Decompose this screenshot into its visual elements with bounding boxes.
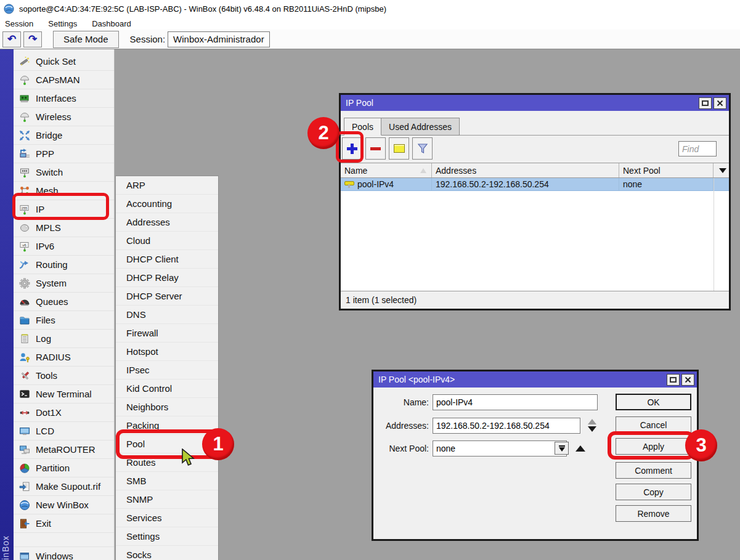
submenu-item-firewall[interactable]: Firewall (116, 324, 218, 343)
submenu-item-neighbors[interactable]: Neighbors (116, 398, 218, 416)
submenu-item-services[interactable]: Services (116, 509, 218, 527)
redo-button[interactable]: ↷ (23, 31, 42, 47)
table-row-pool-ipv4[interactable]: pool-IPv4 192.168.50.2-192.168.50.254 no… (341, 178, 729, 191)
routing-arrows-icon (19, 259, 30, 270)
remove-pool-button[interactable] (365, 137, 386, 160)
close-button[interactable] (714, 97, 726, 109)
dropdown-arrow-icon (559, 447, 565, 452)
sort-ascending-icon (420, 168, 426, 173)
sidebar-item-label: Queues (36, 296, 68, 307)
remove-button[interactable]: Remove (616, 505, 691, 522)
sidebar-item-capsman[interactable]: CAPsMAN (14, 71, 114, 89)
sidebar-item-partition[interactable]: Partition (14, 459, 114, 477)
sidebar-item-dot1x[interactable]: Dot1X (14, 404, 114, 422)
menu-session[interactable]: Session (5, 19, 33, 28)
submenu-item-cloud[interactable]: Cloud (116, 232, 218, 250)
sidebar-item-mpls[interactable]: MPLS (14, 219, 114, 237)
sidebar-item-ppp[interactable]: PPP (14, 145, 114, 163)
sidebar-item-label: Tools (36, 370, 57, 381)
addresses-spinner[interactable] (587, 418, 597, 434)
sidebar-item-queues[interactable]: Queues (14, 293, 114, 311)
sidebar-item-make-supout[interactable]: Make Supout.rif (14, 477, 114, 496)
ip-pool-titlebar[interactable]: IP Pool (341, 95, 729, 111)
submenu-item-socks[interactable]: Socks (116, 546, 218, 560)
column-header-next-pool[interactable]: Next Pool (619, 163, 714, 177)
sidebar-item-lcd[interactable]: LCD (14, 422, 114, 440)
submenu-item-ipsec[interactable]: IPsec (116, 361, 218, 379)
collapse-up-icon[interactable] (575, 445, 585, 452)
spinner-up-icon (588, 419, 596, 424)
next-pool-input[interactable] (433, 440, 567, 457)
submenu-arrow-icon (105, 224, 110, 232)
sidebar-item-system[interactable]: System (14, 274, 114, 293)
submenu-item-accounting[interactable]: Accounting (116, 195, 218, 213)
sidebar-item-label: CAPsMAN (36, 75, 80, 85)
submenu-item-hotspot[interactable]: Hotspot (116, 343, 218, 361)
maximize-button[interactable] (667, 374, 680, 386)
sidebar-item-routing[interactable]: Routing (14, 256, 114, 274)
submenu-item-dhcp-relay[interactable]: DHCP Relay (116, 269, 218, 287)
sidebar-item-ipv6[interactable]: v6 IPv6 (14, 237, 114, 256)
sidebar-item-log[interactable]: Log (14, 330, 114, 348)
session-label: Session: (130, 34, 166, 44)
gauge-icon (19, 296, 30, 307)
annotation-box-add (336, 131, 364, 163)
addresses-input[interactable] (433, 418, 580, 434)
sidebar-item-metarouter[interactable]: MetaROUTER (14, 440, 114, 459)
undo-button[interactable]: ↶ (2, 31, 21, 47)
copy-button[interactable]: Copy (616, 484, 691, 500)
comment-button[interactable]: Comment (616, 462, 691, 479)
annotation-badge-3: 3 (685, 429, 717, 461)
filter-button[interactable] (412, 137, 433, 160)
sidebar-item-label: Partition (36, 463, 70, 473)
dialog-titlebar[interactable]: IP Pool <pool-IPv4> (373, 371, 697, 388)
submenu-item-kid-control[interactable]: Kid Control (116, 379, 218, 398)
comment-pool-button[interactable] (389, 137, 409, 160)
sidebar-item-new-terminal[interactable]: New Terminal (14, 385, 114, 404)
menu-dashboard[interactable]: Dashboard (92, 19, 131, 28)
sidebar-item-exit[interactable]: Exit (14, 514, 114, 533)
close-button[interactable] (681, 374, 694, 386)
maximize-button[interactable] (699, 97, 712, 109)
submenu-item-snmp[interactable]: SNMP (116, 490, 218, 509)
sidebar-item-label: PPP (36, 148, 54, 159)
ok-button[interactable]: OK (616, 394, 691, 410)
cancel-button[interactable]: Cancel (616, 416, 691, 433)
sidebar-item-label: LCD (36, 426, 54, 436)
cell-next-pool: none (619, 178, 714, 190)
tab-used-addresses[interactable]: Used Addresses (381, 118, 460, 136)
sidebar-item-windows[interactable]: Windows (14, 547, 114, 560)
column-header-name[interactable]: Name (341, 163, 432, 177)
pool-table: Name Addresses Next Pool pool-IPv4 192.1… (341, 163, 729, 291)
name-input[interactable] (433, 394, 598, 410)
column-header-addresses[interactable]: Addresses (432, 163, 619, 177)
next-pool-dropdown-button[interactable] (555, 442, 569, 455)
winbox-globe-icon (19, 500, 30, 511)
submenu-item-dns[interactable]: DNS (116, 306, 218, 324)
undo-icon: ↶ (7, 33, 16, 46)
submenu-item-arp[interactable]: ARP (116, 176, 218, 195)
submenu-item-dhcp-server[interactable]: DHCP Server (116, 287, 218, 306)
sidebar-item-switch[interactable]: Switch (14, 163, 114, 182)
column-menu-button[interactable] (714, 163, 728, 177)
sidebar-item-files[interactable]: Files (14, 311, 114, 330)
sidebar-item-new-winbox[interactable]: New WinBox (14, 496, 114, 514)
annotation-box-ip (12, 193, 109, 220)
app-titlebar: soporte@C4:AD:34:7E:92:5C (LAB-ISP-ABC) … (0, 0, 740, 17)
find-input[interactable] (678, 141, 717, 156)
sidebar-spacer (14, 533, 114, 547)
submenu-item-smb[interactable]: SMB (116, 472, 218, 490)
session-value[interactable]: Winbox-Administrador (168, 31, 270, 47)
sidebar-item-bridge[interactable]: Bridge (14, 126, 114, 145)
sidebar-item-wireless[interactable]: Wireless (14, 108, 114, 126)
sidebar-item-quick-set[interactable]: Quick Set (14, 52, 114, 71)
sidebar-item-interfaces[interactable]: Interfaces (14, 89, 114, 108)
sidebar-item-radius[interactable]: RADIUS (14, 348, 114, 367)
submenu-item-settings[interactable]: Settings (116, 527, 218, 546)
annotation-badge-1: 1 (202, 428, 234, 460)
menu-settings[interactable]: Settings (48, 19, 77, 28)
sidebar-item-tools[interactable]: Tools (14, 367, 114, 385)
safe-mode-button[interactable]: Safe Mode (53, 31, 119, 48)
submenu-item-addresses[interactable]: Addresses (116, 213, 218, 232)
submenu-item-dhcp-client[interactable]: DHCP Client (116, 250, 218, 269)
